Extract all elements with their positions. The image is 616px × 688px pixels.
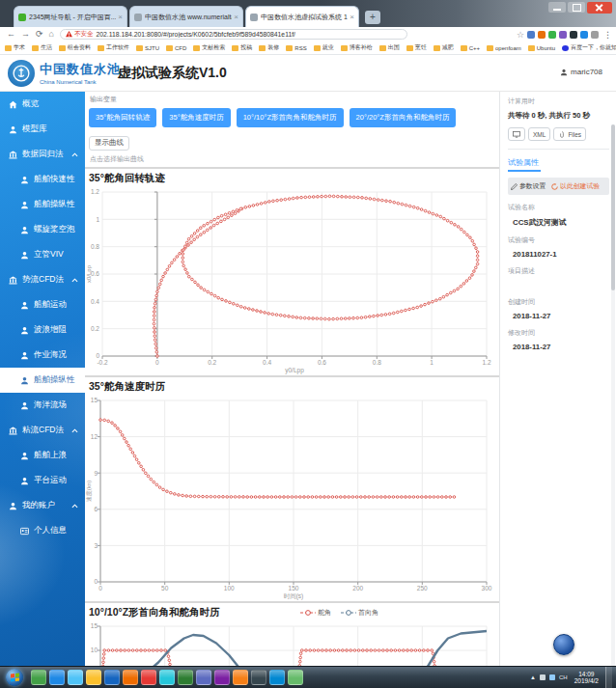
bookmark-star-icon[interactable]: ☆ (517, 30, 524, 40)
browser-tab[interactable]: 2345网址导航 - 开启中国百...× (14, 6, 127, 27)
user-menu[interactable]: maric708 (560, 68, 602, 76)
legend-item[interactable]: 首向角 (341, 608, 378, 618)
xml-button[interactable]: XML (528, 127, 550, 141)
address-bar[interactable]: 不安全 202.118.184.201:8080/#/projects/K060… (60, 29, 407, 40)
taskbar-app-icon[interactable] (141, 670, 156, 685)
files-button[interactable]: Files (553, 127, 586, 141)
scrollbar-thumb[interactable] (611, 124, 615, 290)
window-close-button[interactable] (587, 2, 612, 14)
taskbar-app-icon[interactable] (31, 670, 46, 685)
extension-icon[interactable] (527, 31, 535, 39)
bookmark-item[interactable]: 学术 (5, 43, 25, 52)
sidebar-item-立管VIV[interactable]: 立管VIV (0, 242, 85, 267)
show-curves-button[interactable]: 显示曲线 (89, 136, 129, 151)
window-minimize-button[interactable] (548, 2, 566, 13)
sidebar-item-我的账户[interactable]: 我的账户 (0, 493, 85, 518)
sidebar-item-粘流CFD法[interactable]: 粘流CFD法 (0, 418, 85, 443)
result-curve-button[interactable]: 35°舵角速度时历 (162, 108, 230, 127)
sidebar-item-势流CFD法[interactable]: 势流CFD法 (0, 267, 85, 292)
taskbar-app-icon[interactable] (288, 670, 303, 685)
result-curve-button[interactable]: 20°/20°Z形首向角和舵角时历 (350, 108, 457, 127)
taskbar-app-icon[interactable] (123, 670, 138, 685)
taskbar-app-icon[interactable] (68, 670, 83, 685)
taskbar-app-icon[interactable] (159, 670, 175, 685)
language-indicator[interactable]: CH (559, 674, 568, 680)
sidebar-item-螺旋桨空泡[interactable]: 螺旋桨空泡 (0, 217, 85, 242)
bookmark-item[interactable]: CFD (166, 43, 186, 52)
right-panel-scrollbar[interactable] (611, 124, 615, 679)
browser-menu-icon[interactable]: ⋮ (603, 30, 612, 40)
window-maximize-button[interactable] (568, 2, 585, 13)
bookmark-item[interactable]: RSS (286, 43, 306, 52)
browser-tab[interactable]: 中国数值水池 www.numerialta...× (129, 6, 243, 27)
result-curve-button[interactable]: 35°舵角回转轨迹 (89, 108, 156, 127)
taskbar-clock[interactable]: 14:09 2019/4/2 (574, 671, 599, 684)
sidebar-item-海洋流场[interactable]: 海洋流场 (0, 393, 85, 418)
bookmark-item[interactable]: 减肥 (434, 43, 454, 52)
new-tab-button[interactable]: + (365, 11, 380, 24)
monitor-button[interactable] (508, 127, 525, 141)
tab-close-icon[interactable]: × (234, 13, 238, 21)
bookmark-item[interactable]: 出国 (379, 43, 400, 52)
legend-item[interactable]: 舵角 (300, 608, 331, 618)
tray-arrow-icon[interactable]: ▲ (530, 674, 536, 680)
result-curve-button[interactable]: 10°/10°Z形首向角和舵角时历 (237, 108, 344, 127)
bookmark-item[interactable]: C++ (461, 43, 480, 52)
forward-icon[interactable]: → (21, 28, 30, 41)
tab-close-icon[interactable]: × (350, 13, 354, 21)
bookmark-item[interactable]: 生活 (32, 43, 52, 52)
sidebar-item-船舶上浪[interactable]: 船舶上浪 (0, 443, 85, 468)
taskbar-app-icon[interactable] (233, 670, 248, 685)
taskbar-app-icon[interactable] (214, 670, 230, 685)
taskbar-app-icon[interactable] (196, 670, 211, 685)
sidebar-item-船舶操纵性[interactable]: 船舶操纵性 (0, 192, 85, 217)
show-desktop-button[interactable] (605, 667, 612, 688)
home-icon[interactable]: ⌂ (49, 28, 54, 41)
bookmark-item[interactable]: 组会资料 (59, 43, 91, 52)
start-button[interactable] (6, 669, 23, 686)
sidebar-item-波浪增阻[interactable]: 波浪增阻 (0, 317, 85, 343)
bookmark-item[interactable]: 工作软件 (98, 43, 129, 52)
extension-icon[interactable] (570, 31, 577, 39)
extension-icon[interactable] (559, 31, 567, 39)
sidebar-item-作业海况[interactable]: 作业海况 (0, 343, 85, 368)
sidebar-item-个人信息[interactable]: 个人信息 (0, 518, 85, 543)
taskbar-app-icon[interactable] (178, 670, 193, 685)
sidebar-item-船舶运动[interactable]: 船舶运动 (0, 292, 85, 317)
bookmark-item[interactable]: Ubuntu (528, 43, 555, 52)
back-icon[interactable]: ← (7, 28, 15, 41)
sidebar-item-船舶操纵性[interactable]: 船舶操纵性 (0, 368, 85, 393)
tab-close-icon[interactable]: × (118, 13, 123, 21)
bookmark-item[interactable]: SJTU (136, 43, 159, 52)
extension-icon[interactable] (580, 31, 588, 39)
bookmark-item[interactable]: 文献检索 (193, 43, 225, 52)
taskbar-app-icon[interactable] (104, 670, 120, 685)
taskbar-app-icon[interactable] (86, 670, 101, 685)
bookmark-item[interactable]: 百度一下，你就知道 (562, 43, 616, 52)
floating-assistant-ball[interactable] (553, 634, 574, 655)
bookmark-item[interactable]: 装修 (259, 43, 279, 52)
bookmark-item[interactable]: openfoam (487, 43, 521, 52)
tab-test-properties[interactable]: 试验属性 (508, 156, 541, 172)
sidebar-item-模型库[interactable]: 模型库 (0, 117, 85, 142)
taskbar-app-icon[interactable] (49, 670, 65, 685)
taskbar-app-icon[interactable] (251, 670, 266, 685)
create-test-button[interactable]: 以此创建试验 (551, 181, 600, 191)
extension-icon[interactable] (538, 31, 546, 39)
bookmark-item[interactable]: 就业 (314, 43, 334, 52)
bookmark-item[interactable]: 烹饪 (406, 43, 427, 52)
param-settings-button[interactable]: 参数设置 (511, 181, 546, 191)
tray-icon[interactable] (540, 674, 546, 680)
extension-icon[interactable] (591, 31, 599, 39)
sidebar-item-船舶快速性[interactable]: 船舶快速性 (0, 167, 85, 192)
browser-tab[interactable]: 中国数值水池虚拟试验系统 1.0× (245, 6, 359, 27)
sidebar-item-数据回归法[interactable]: 数据回归法 (0, 142, 85, 167)
sidebar-item-平台运动[interactable]: 平台运动 (0, 468, 85, 493)
bookmark-item[interactable]: 投稿 (232, 43, 252, 52)
tray-icon[interactable] (549, 674, 555, 680)
sidebar-item-概览[interactable]: 概览 (0, 92, 85, 117)
reload-icon[interactable]: ⟳ (36, 28, 43, 41)
taskbar-app-icon[interactable] (269, 670, 285, 685)
bookmark-item[interactable]: 博客补给 (341, 43, 373, 52)
extension-icon[interactable] (548, 31, 556, 39)
